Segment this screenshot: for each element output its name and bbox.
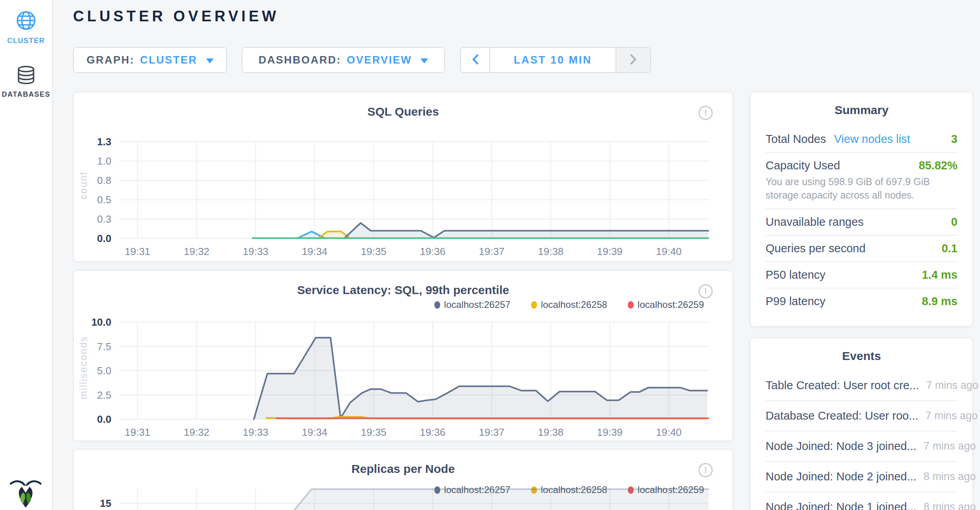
summary-row-value: 3 [951,133,957,146]
summary-row-value: 8.9 ms [922,295,957,308]
sidebar-item-label: CLUSTER [7,37,45,45]
chart-title: SQL Queries [74,105,732,118]
chart-title: Replicas per Node [74,462,732,476]
summary-row-value: 0 [951,216,957,229]
sidebar: CLUSTER DATABASES [0,0,53,510]
svg-text:19:39: 19:39 [597,246,623,257]
time-prev-button[interactable] [460,47,490,73]
event-row: Node Joined: Node 2 joined...8 mins ago [766,462,957,492]
legend-item[interactable]: localhost:26258 [531,299,607,310]
event-text: Database Created: User roo... [766,409,918,422]
chevron-left-icon [472,54,479,66]
summary-panel: Summary Total NodesView nodes list3Capac… [750,92,973,327]
dashboard-dropdown-value: OVERVIEW [347,54,412,66]
sql-queries-card: SQL Queries count 0.00.30.50.81.01.319:3… [73,92,733,262]
globe-icon [16,10,36,32]
svg-text:19:31: 19:31 [125,246,150,257]
legend-dot-icon [628,301,634,309]
info-icon[interactable] [698,284,713,298]
summary-row-value: 1.4 ms [922,268,957,281]
event-text: Node Joined: Node 1 joined... [766,501,916,510]
event-timestamp: 8 mins ago [924,501,976,510]
svg-text:0.8: 0.8 [97,174,111,186]
summary-row: P50 latency1.4 ms [766,261,957,288]
svg-text:0.0: 0.0 [97,232,111,244]
sidebar-item-label: DATABASES [2,90,51,99]
svg-text:1.0: 1.0 [97,155,111,167]
cluster-overview-page: CLUSTER DATABASES [0,0,980,510]
summary-row: Capacity Used85.82%You are using 598.9 G… [766,152,957,208]
svg-text:19:34: 19:34 [302,426,327,438]
svg-text:19:38: 19:38 [538,246,563,257]
sidebar-item-databases[interactable]: DATABASES [0,66,52,99]
summary-rows: Total NodesView nodes list3Capacity Used… [766,126,957,314]
svg-text:0.0: 0.0 [97,413,111,425]
chevron-down-icon [203,54,214,66]
event-text: Table Created: User root cre... [766,379,919,392]
event-text: Node Joined: Node 3 joined... [766,440,916,453]
legend-item[interactable]: localhost:26257 [434,299,511,310]
svg-text:10.0: 10.0 [91,316,111,328]
svg-text:1.3: 1.3 [97,136,111,148]
time-range-button[interactable]: LAST 10 MIN [489,47,616,73]
svg-text:19:33: 19:33 [243,426,268,438]
graph-dropdown[interactable]: GRAPH: CLUSTER [73,47,227,73]
summary-row: Total NodesView nodes list3 [766,126,957,152]
events-title: Events [766,349,957,363]
svg-text:19:36: 19:36 [420,426,445,438]
svg-text:19:39: 19:39 [597,426,623,438]
summary-row-label: P99 latency [766,295,826,308]
svg-text:19:40: 19:40 [656,426,681,438]
replicas-per-node-chart: 1510 [74,487,734,510]
info-icon[interactable] [698,463,713,477]
event-row: Database Created: User roo...7 mins ago [766,401,957,431]
svg-text:19:31: 19:31 [125,426,150,438]
svg-text:2.5: 2.5 [97,389,111,401]
event-row: Table Created: User root cre...7 mins ag… [766,371,957,401]
info-icon[interactable] [698,106,713,120]
time-next-button[interactable] [616,47,651,73]
legend-item[interactable]: localhost:26259 [628,299,704,310]
chart-title: Service Latency: SQL, 99th percentile [74,283,732,297]
service-latency-card: Service Latency: SQL, 99th percentile lo… [73,270,733,441]
sql-queries-chart: 0.00.30.50.81.01.319:3119:3219:3319:3419… [74,132,734,262]
svg-text:19:32: 19:32 [184,426,209,438]
legend-dot-icon [434,301,440,309]
svg-text:0.3: 0.3 [97,213,111,225]
event-row: Node Joined: Node 3 joined...7 mins ago [766,431,957,462]
chevron-right-icon [630,54,637,66]
graph-dropdown-value: CLUSTER [140,54,197,66]
time-range-selector: LAST 10 MIN [460,47,651,73]
svg-text:19:32: 19:32 [184,246,209,257]
summary-row: Unavailable ranges0 [766,208,957,235]
svg-text:7.5: 7.5 [97,341,111,352]
event-timestamp: 7 mins ago [926,379,978,392]
chart-legend: localhost:26257localhost:26258localhost:… [434,299,704,310]
legend-dot-icon [531,301,537,309]
svg-text:19:35: 19:35 [361,426,387,438]
events-rows: Table Created: User root cre...7 mins ag… [766,371,957,510]
summary-row-value: 85.82% [919,159,957,172]
legend-label: localhost:26259 [638,299,704,310]
view-nodes-list-link[interactable]: View nodes list [834,133,910,146]
svg-text:19:38: 19:38 [538,426,563,438]
svg-text:19:37: 19:37 [479,246,505,257]
chevron-down-icon [417,54,428,66]
dashboard-dropdown[interactable]: DASHBOARD: OVERVIEW [242,47,445,73]
service-latency-chart: 0.02.55.07.510.019:3119:3219:3319:3419:3… [74,313,734,444]
databases-icon [17,66,36,86]
cockroachdb-logo[interactable] [9,474,42,509]
svg-text:19:35: 19:35 [361,246,387,257]
svg-text:5.0: 5.0 [97,365,111,377]
svg-text:19:37: 19:37 [479,426,505,438]
page-title: CLUSTER OVERVIEW [73,8,279,25]
svg-text:19:33: 19:33 [243,246,268,257]
svg-text:0.5: 0.5 [97,194,111,206]
summary-row: P99 latency8.9 ms [766,288,957,314]
legend-label: localhost:26258 [541,299,607,310]
summary-row-value: 0.1 [942,242,957,255]
summary-row-label: Unavailable ranges [766,216,864,229]
legend-label: localhost:26257 [444,299,511,310]
event-timestamp: 7 mins ago [926,410,978,422]
sidebar-item-cluster[interactable]: CLUSTER [0,10,52,45]
